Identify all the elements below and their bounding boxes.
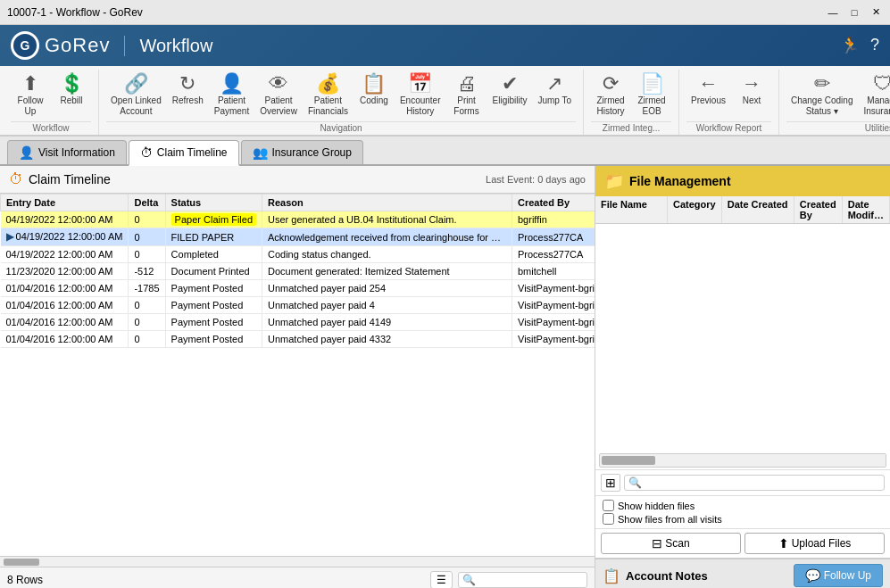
module-name: Workflow — [124, 36, 212, 56]
table-row[interactable]: 01/04/2016 12:00:00 AM 0 Payment Posted … — [1, 314, 595, 331]
cell-created-by: bmitchell — [512, 263, 595, 280]
upload-files-button[interactable]: ⬆ Upload Files — [744, 533, 885, 554]
change-coding-status-button[interactable]: ✏ Change CodingStatus ▾ — [786, 71, 858, 120]
zirmed-history-button[interactable]: ⟳ ZirmedHistory — [591, 71, 630, 120]
patient-payment-button[interactable]: 👤 PatientPayment — [210, 71, 254, 120]
cell-status: Paper Claim Filed — [165, 211, 262, 228]
claim-timeline-header: ⏱ Claim Timeline Last Event: 0 days ago — [0, 166, 595, 194]
file-search-icon: 🔍 — [628, 476, 642, 489]
cell-status: Payment Posted — [165, 297, 262, 314]
logo-icon: G — [11, 31, 39, 60]
claim-timeline-panel: ⏱ Claim Timeline Last Event: 0 days ago … — [0, 166, 595, 588]
show-all-visits-checkbox[interactable] — [603, 513, 614, 525]
ribbon-group-navigation: 🔗 Open LinkedAccount ↻ Refresh 👤 Patient… — [99, 70, 584, 135]
cell-entry-date: 04/19/2022 12:00:00 AM — [1, 211, 129, 228]
print-forms-icon: 🖨 — [457, 74, 477, 94]
account-notes-title: Account Notes — [626, 569, 708, 583]
table-row[interactable]: 04/19/2022 12:00:00 AM 0 Completed Codin… — [1, 246, 595, 263]
navigation-group-label: Navigation — [106, 121, 576, 133]
file-search-box[interactable]: 🔍 — [624, 475, 885, 491]
tab-insurance-group[interactable]: 👥 Insurance Group — [241, 140, 363, 164]
patient-overview-button[interactable]: 👁 PatientOverview — [255, 71, 302, 120]
window-controls[interactable]: — □ ✕ — [826, 5, 883, 20]
table-row[interactable]: 04/19/2022 12:00:00 AM 0 Paper Claim Fil… — [1, 211, 595, 228]
rebill-label: Rebill — [60, 95, 82, 106]
close-button[interactable]: ✕ — [869, 5, 883, 20]
manage-insurance-button[interactable]: 🛡 ManageInsurance — [859, 71, 890, 120]
bottom-bar: 8 Rows ☰ 🔍 — [0, 567, 595, 588]
open-linked-label: Open LinkedAccount — [111, 95, 162, 117]
patient-overview-icon: 👁 — [269, 74, 288, 94]
patient-financials-button[interactable]: 💰 PatientFinancials — [304, 71, 353, 120]
title-bar: 10007-1 - Workflow - GoRev — □ ✕ — [0, 0, 890, 25]
zirmed-eob-icon: 📄 — [640, 74, 664, 94]
coding-button[interactable]: 📋 Coding — [354, 71, 394, 109]
refresh-button[interactable]: ↻ Refresh — [168, 71, 208, 109]
file-management-header: 📁 File Management — [595, 166, 890, 196]
encounter-history-button[interactable]: 📅 EncounterHistory — [395, 71, 445, 120]
tab-bar: 👤 Visit Information ⏱ Claim Timeline 👥 I… — [0, 137, 890, 166]
file-scroll-area[interactable] — [595, 451, 890, 470]
table-row[interactable]: 01/04/2016 12:00:00 AM 0 Payment Posted … — [1, 331, 595, 348]
minimize-button[interactable]: — — [826, 5, 840, 20]
maximize-button[interactable]: □ — [847, 5, 861, 20]
row-count: 8 Rows — [7, 574, 43, 586]
follow-up-ribbon-button[interactable]: ⬆ FollowUp — [11, 71, 50, 120]
table-row[interactable]: ▶ 04/19/2022 12:00:00 AM 0 FILED PAPER A… — [1, 228, 595, 246]
table-row[interactable]: 11/23/2020 12:00:00 AM -512 Document Pri… — [1, 263, 595, 280]
grid-view-button[interactable]: ⊞ — [601, 474, 620, 492]
eligibility-icon: ✔ — [502, 74, 518, 94]
print-forms-button[interactable]: 🖨 PrintForms — [447, 71, 487, 120]
visit-info-tab-label: Visit Information — [38, 146, 115, 159]
workflow-group-label: Workflow — [11, 121, 91, 133]
tab-visit-information[interactable]: 👤 Visit Information — [7, 140, 127, 164]
refresh-icon: ↻ — [179, 74, 195, 94]
zirmed-eob-button[interactable]: 📄 ZirmedEOB — [632, 71, 671, 120]
claim-timeline-table-wrapper[interactable]: Entry Date Delta Status Reason Created B… — [0, 194, 595, 556]
cell-delta: 0 — [129, 211, 165, 228]
cell-reason: Unmatched payer paid 4149 — [262, 314, 512, 331]
table-row[interactable]: 01/04/2016 12:00:00 AM -1785 Payment Pos… — [1, 280, 595, 297]
rebill-button[interactable]: 💲 Rebill — [52, 71, 91, 109]
horizontal-scrollbar[interactable] — [0, 556, 595, 567]
file-search-input[interactable] — [642, 477, 880, 488]
upload-icon: ⬆ — [778, 536, 789, 551]
table-row[interactable]: 01/04/2016 12:00:00 AM 0 Payment Posted … — [1, 297, 595, 314]
open-linked-account-button[interactable]: 🔗 Open LinkedAccount — [106, 71, 166, 120]
file-col-name: File Name — [595, 196, 668, 223]
bottom-search-box[interactable]: 🔍 — [458, 572, 587, 588]
previous-icon: ← — [699, 74, 719, 94]
show-all-visits-label: Show files from all visits — [618, 514, 722, 525]
upload-label: Upload Files — [792, 537, 852, 550]
follow-up-button[interactable]: 💬 Follow Up — [794, 564, 883, 587]
tab-claim-timeline[interactable]: ⏱ Claim Timeline — [129, 140, 239, 166]
cell-entry-date: 01/04/2016 12:00:00 AM — [1, 280, 129, 297]
next-button[interactable]: → Next — [732, 71, 771, 109]
show-hidden-files-row[interactable]: Show hidden files — [603, 500, 883, 511]
cell-status: Document Printed — [165, 263, 262, 280]
navigation-buttons: 🔗 Open LinkedAccount ↻ Refresh 👤 Patient… — [106, 71, 576, 120]
cell-created-by: VisitPayment-bgrif — [512, 331, 595, 348]
app-name: GoRev — [45, 34, 110, 57]
workflow-report-group-label: Workflow Report — [686, 121, 771, 133]
show-hidden-files-checkbox[interactable] — [603, 500, 614, 511]
cell-created-by: Process277CA — [512, 228, 595, 246]
menu-icon-button[interactable]: ☰ — [430, 571, 453, 589]
show-all-visits-row[interactable]: Show files from all visits — [603, 513, 883, 525]
previous-button[interactable]: ← Previous — [686, 71, 730, 109]
follow-up-btn-icon: 💬 — [805, 568, 820, 583]
eligibility-button[interactable]: ✔ Eligibility — [488, 71, 532, 109]
ribbon-groups: ⬆ FollowUp 💲 Rebill Workflow 🔗 Open Link… — [4, 70, 886, 135]
zirmed-eob-label: ZirmedEOB — [637, 95, 665, 117]
next-icon: → — [742, 74, 761, 94]
user-icon[interactable]: 🏃 — [840, 36, 860, 55]
file-col-category: Category — [668, 196, 722, 223]
scan-button[interactable]: ⊟ Scan — [601, 533, 741, 554]
patient-overview-label: PatientOverview — [260, 95, 297, 117]
bottom-search-input[interactable] — [476, 575, 583, 585]
help-icon[interactable]: ? — [870, 36, 879, 55]
cell-reason: Acknowledgement received from clearingho… — [262, 228, 512, 246]
jump-to-button[interactable]: ↗ Jump To — [533, 71, 576, 109]
cell-entry-date: 01/04/2016 12:00:00 AM — [1, 331, 129, 348]
file-scrollbar[interactable] — [599, 453, 886, 468]
